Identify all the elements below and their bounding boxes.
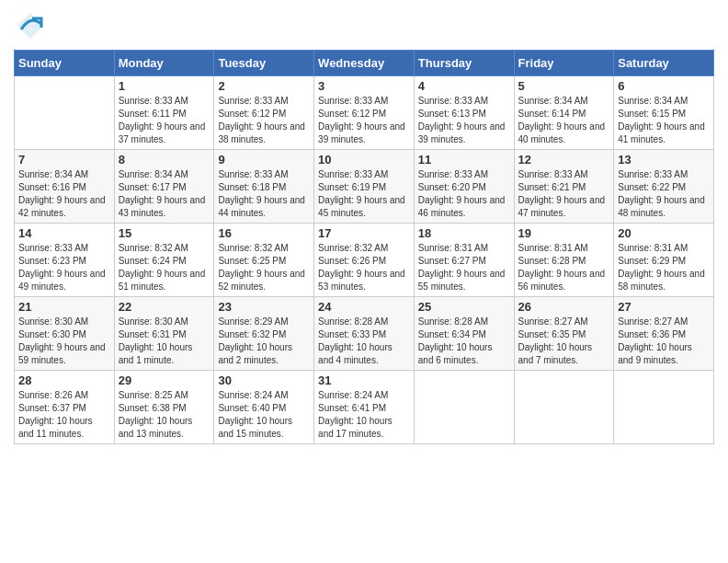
calendar-cell: 2Sunrise: 8:33 AM Sunset: 6:12 PM Daylig… bbox=[214, 76, 314, 150]
day-info: Sunrise: 8:33 AM Sunset: 6:11 PM Dayligh… bbox=[119, 95, 210, 146]
col-header-thursday: Thursday bbox=[414, 51, 514, 76]
calendar-week-row: 28Sunrise: 8:26 AM Sunset: 6:37 PM Dayli… bbox=[15, 371, 714, 444]
day-number: 8 bbox=[119, 153, 210, 167]
day-info: Sunrise: 8:33 AM Sunset: 6:19 PM Dayligh… bbox=[318, 168, 410, 220]
day-number: 18 bbox=[418, 226, 510, 240]
calendar-week-row: 14Sunrise: 8:33 AM Sunset: 6:23 PM Dayli… bbox=[15, 224, 714, 297]
day-info: Sunrise: 8:30 AM Sunset: 6:30 PM Dayligh… bbox=[18, 316, 110, 367]
day-number: 14 bbox=[18, 226, 110, 240]
calendar-table: SundayMondayTuesdayWednesdayThursdayFrid… bbox=[14, 50, 714, 444]
col-header-sunday: Sunday bbox=[15, 51, 115, 76]
day-info: Sunrise: 8:28 AM Sunset: 6:33 PM Dayligh… bbox=[318, 316, 410, 367]
day-number: 13 bbox=[618, 153, 710, 167]
day-info: Sunrise: 8:32 AM Sunset: 6:26 PM Dayligh… bbox=[318, 242, 410, 293]
day-info: Sunrise: 8:31 AM Sunset: 6:29 PM Dayligh… bbox=[618, 242, 710, 293]
calendar-week-row: 7Sunrise: 8:34 AM Sunset: 6:16 PM Daylig… bbox=[15, 150, 714, 224]
day-info: Sunrise: 8:33 AM Sunset: 6:21 PM Dayligh… bbox=[518, 168, 610, 220]
day-info: Sunrise: 8:26 AM Sunset: 6:37 PM Dayligh… bbox=[18, 389, 110, 441]
day-number: 31 bbox=[318, 373, 410, 387]
day-number: 30 bbox=[218, 373, 310, 387]
col-header-saturday: Saturday bbox=[614, 51, 714, 76]
day-info: Sunrise: 8:33 AM Sunset: 6:18 PM Dayligh… bbox=[218, 168, 310, 220]
day-number: 9 bbox=[218, 153, 310, 167]
calendar-cell: 5Sunrise: 8:34 AM Sunset: 6:14 PM Daylig… bbox=[514, 76, 614, 150]
day-info: Sunrise: 8:31 AM Sunset: 6:27 PM Dayligh… bbox=[418, 242, 510, 293]
day-number: 26 bbox=[518, 300, 610, 314]
day-number: 25 bbox=[418, 300, 510, 314]
calendar-cell: 31Sunrise: 8:24 AM Sunset: 6:41 PM Dayli… bbox=[314, 371, 415, 444]
day-info: Sunrise: 8:32 AM Sunset: 6:25 PM Dayligh… bbox=[218, 242, 310, 293]
calendar-cell: 29Sunrise: 8:25 AM Sunset: 6:38 PM Dayli… bbox=[114, 371, 214, 444]
calendar-cell: 28Sunrise: 8:26 AM Sunset: 6:37 PM Dayli… bbox=[15, 371, 115, 444]
logo-icon bbox=[14, 9, 47, 42]
calendar-cell: 30Sunrise: 8:24 AM Sunset: 6:40 PM Dayli… bbox=[214, 371, 314, 444]
day-number: 1 bbox=[119, 79, 210, 93]
calendar-cell: 4Sunrise: 8:33 AM Sunset: 6:13 PM Daylig… bbox=[414, 76, 514, 150]
calendar-cell: 17Sunrise: 8:32 AM Sunset: 6:26 PM Dayli… bbox=[314, 224, 415, 297]
day-number: 23 bbox=[218, 300, 310, 314]
calendar-cell: 10Sunrise: 8:33 AM Sunset: 6:19 PM Dayli… bbox=[314, 150, 415, 224]
day-info: Sunrise: 8:33 AM Sunset: 6:12 PM Dayligh… bbox=[318, 95, 410, 146]
col-header-tuesday: Tuesday bbox=[214, 51, 314, 76]
calendar-cell: 26Sunrise: 8:27 AM Sunset: 6:35 PM Dayli… bbox=[514, 297, 614, 371]
day-number: 17 bbox=[318, 226, 410, 240]
logo bbox=[14, 9, 51, 42]
day-number: 3 bbox=[318, 79, 410, 93]
day-number: 4 bbox=[418, 79, 510, 93]
day-number: 28 bbox=[18, 373, 110, 387]
day-number: 21 bbox=[18, 300, 110, 314]
calendar-cell: 14Sunrise: 8:33 AM Sunset: 6:23 PM Dayli… bbox=[15, 224, 115, 297]
calendar-cell: 24Sunrise: 8:28 AM Sunset: 6:33 PM Dayli… bbox=[314, 297, 415, 371]
calendar-cell: 15Sunrise: 8:32 AM Sunset: 6:24 PM Dayli… bbox=[114, 224, 214, 297]
day-number: 19 bbox=[518, 226, 610, 240]
calendar-cell: 18Sunrise: 8:31 AM Sunset: 6:27 PM Dayli… bbox=[414, 224, 514, 297]
day-info: Sunrise: 8:31 AM Sunset: 6:28 PM Dayligh… bbox=[518, 242, 610, 293]
day-number: 5 bbox=[518, 79, 610, 93]
day-info: Sunrise: 8:34 AM Sunset: 6:14 PM Dayligh… bbox=[518, 95, 610, 146]
day-info: Sunrise: 8:34 AM Sunset: 6:16 PM Dayligh… bbox=[18, 168, 110, 220]
day-info: Sunrise: 8:28 AM Sunset: 6:34 PM Dayligh… bbox=[418, 316, 510, 367]
day-number: 2 bbox=[218, 79, 310, 93]
day-info: Sunrise: 8:29 AM Sunset: 6:32 PM Dayligh… bbox=[218, 316, 310, 367]
calendar-cell: 12Sunrise: 8:33 AM Sunset: 6:21 PM Dayli… bbox=[514, 150, 614, 224]
calendar-cell: 13Sunrise: 8:33 AM Sunset: 6:22 PM Dayli… bbox=[614, 150, 714, 224]
day-number: 20 bbox=[618, 226, 710, 240]
day-number: 11 bbox=[418, 153, 510, 167]
day-info: Sunrise: 8:33 AM Sunset: 6:23 PM Dayligh… bbox=[18, 242, 110, 293]
calendar-cell bbox=[514, 371, 614, 444]
day-info: Sunrise: 8:24 AM Sunset: 6:40 PM Dayligh… bbox=[218, 389, 310, 441]
day-info: Sunrise: 8:33 AM Sunset: 6:22 PM Dayligh… bbox=[618, 168, 710, 220]
calendar-cell: 11Sunrise: 8:33 AM Sunset: 6:20 PM Dayli… bbox=[414, 150, 514, 224]
day-number: 24 bbox=[318, 300, 410, 314]
col-header-monday: Monday bbox=[114, 51, 214, 76]
calendar-cell bbox=[614, 371, 714, 444]
day-info: Sunrise: 8:33 AM Sunset: 6:13 PM Dayligh… bbox=[418, 95, 510, 146]
calendar-week-row: 1Sunrise: 8:33 AM Sunset: 6:11 PM Daylig… bbox=[15, 76, 714, 150]
calendar-cell: 6Sunrise: 8:34 AM Sunset: 6:15 PM Daylig… bbox=[614, 76, 714, 150]
calendar-cell: 16Sunrise: 8:32 AM Sunset: 6:25 PM Dayli… bbox=[214, 224, 314, 297]
col-header-wednesday: Wednesday bbox=[314, 51, 415, 76]
header bbox=[14, 9, 714, 42]
day-number: 10 bbox=[318, 153, 410, 167]
day-info: Sunrise: 8:33 AM Sunset: 6:12 PM Dayligh… bbox=[218, 95, 310, 146]
day-number: 16 bbox=[218, 226, 310, 240]
day-number: 7 bbox=[18, 153, 110, 167]
day-number: 6 bbox=[618, 79, 710, 93]
day-number: 15 bbox=[119, 226, 210, 240]
day-number: 27 bbox=[618, 300, 710, 314]
calendar-cell: 8Sunrise: 8:34 AM Sunset: 6:17 PM Daylig… bbox=[114, 150, 214, 224]
calendar-cell bbox=[414, 371, 514, 444]
calendar-cell: 19Sunrise: 8:31 AM Sunset: 6:28 PM Dayli… bbox=[514, 224, 614, 297]
calendar-week-row: 21Sunrise: 8:30 AM Sunset: 6:30 PM Dayli… bbox=[15, 297, 714, 371]
calendar-cell: 1Sunrise: 8:33 AM Sunset: 6:11 PM Daylig… bbox=[114, 76, 214, 150]
day-info: Sunrise: 8:32 AM Sunset: 6:24 PM Dayligh… bbox=[119, 242, 210, 293]
day-info: Sunrise: 8:34 AM Sunset: 6:17 PM Dayligh… bbox=[119, 168, 210, 220]
day-number: 12 bbox=[518, 153, 610, 167]
day-info: Sunrise: 8:27 AM Sunset: 6:35 PM Dayligh… bbox=[518, 316, 610, 367]
calendar-cell: 3Sunrise: 8:33 AM Sunset: 6:12 PM Daylig… bbox=[314, 76, 415, 150]
day-info: Sunrise: 8:33 AM Sunset: 6:20 PM Dayligh… bbox=[418, 168, 510, 220]
day-info: Sunrise: 8:25 AM Sunset: 6:38 PM Dayligh… bbox=[119, 389, 210, 441]
day-number: 22 bbox=[119, 300, 210, 314]
calendar-cell: 22Sunrise: 8:30 AM Sunset: 6:31 PM Dayli… bbox=[114, 297, 214, 371]
day-info: Sunrise: 8:34 AM Sunset: 6:15 PM Dayligh… bbox=[618, 95, 710, 146]
